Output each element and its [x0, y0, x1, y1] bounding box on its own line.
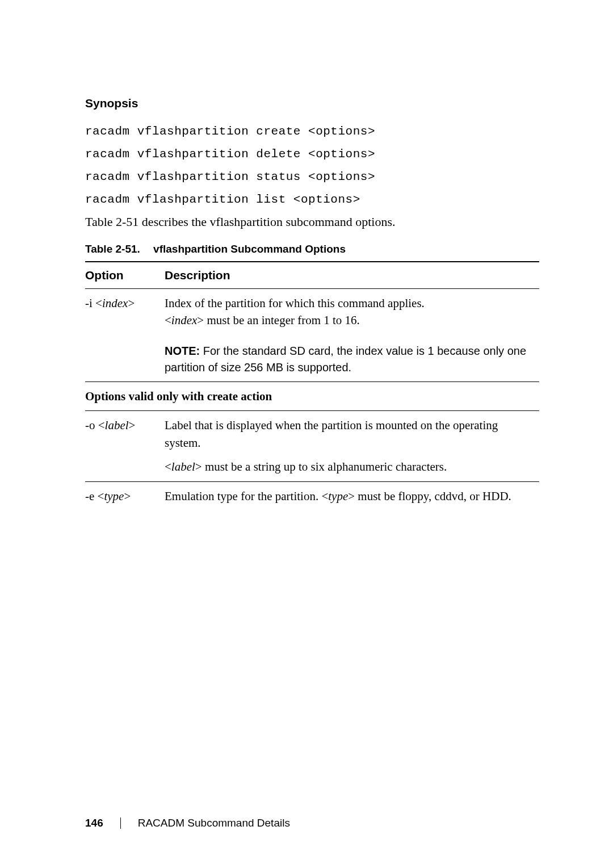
synopsis-body-text: Table 2-51 describes the vflashpartition…	[85, 215, 539, 229]
opt-e-desc-a: Emulation type for the partition. <	[165, 489, 328, 503]
table-section-row: Options valid only with create action	[85, 381, 539, 410]
opt-e-desc-b: > must be floppy, cddvd, or HDD.	[348, 489, 511, 503]
description-cell: Emulation type for the partition. <type>…	[165, 481, 539, 510]
table-row-continuation: <label> must be a string up to six alpha…	[85, 457, 539, 481]
opt-i-prefix: -i <	[85, 296, 102, 310]
page-number: 146	[85, 817, 103, 829]
synopsis-heading: Synopsis	[85, 97, 539, 110]
opt-e-suffix: >	[124, 489, 131, 503]
note-label: NOTE:	[165, 345, 203, 357]
note-text: For the standard SD card, the index valu…	[165, 345, 526, 374]
opt-e-prefix: -e <	[85, 489, 104, 503]
options-table: Option Description -i <index> Index of t…	[85, 261, 539, 511]
description-cell: <label> must be a string up to six alpha…	[165, 457, 539, 481]
synopsis-code-line-2: racadm vflashpartition delete <options>	[85, 143, 539, 166]
opt-e-desc-var: type	[328, 489, 348, 503]
page-footer: 146 RACADM Subcommand Details	[85, 817, 290, 829]
footer-section: RACADM Subcommand Details	[138, 817, 290, 829]
note-cell: NOTE: For the standard SD card, the inde…	[165, 335, 539, 382]
table-title: Table 2-51. vflashpartition Subcommand O…	[85, 243, 539, 255]
table-row: -o <label> Label that is displayed when …	[85, 411, 539, 457]
synopsis-code-line-1: racadm vflashpartition create <options>	[85, 120, 539, 143]
opt-i-desc2a: <	[165, 313, 171, 327]
col-header-option: Option	[85, 262, 165, 289]
table-row: -e <type> Emulation type for the partiti…	[85, 481, 539, 510]
opt-i-suffix: >	[128, 296, 135, 310]
option-cell: -i <index>	[85, 289, 165, 335]
opt-o-desc2b: > must be a string up to six alphanumeri…	[195, 460, 447, 473]
opt-o-var: label	[105, 418, 129, 432]
opt-i-desc2var: index	[171, 313, 197, 327]
opt-i-var: index	[102, 296, 128, 310]
option-cell: -e <type>	[85, 481, 165, 510]
opt-o-desc2a: <	[165, 460, 171, 473]
table-note-row: NOTE: For the standard SD card, the inde…	[85, 335, 539, 382]
footer-divider	[120, 817, 121, 829]
opt-i-desc1: Index of the partition for which this co…	[165, 296, 425, 310]
table-title-text: vflashpartition Subcommand Options	[153, 243, 346, 255]
col-header-description: Description	[165, 262, 539, 289]
description-cell: Index of the partition for which this co…	[165, 289, 539, 335]
opt-o-desc1: Label that is displayed when the partiti…	[165, 418, 498, 449]
opt-e-var: type	[104, 489, 124, 503]
table-number: Table 2-51.	[85, 243, 150, 255]
opt-o-desc2var: label	[171, 460, 195, 473]
opt-i-desc2b: > must be an integer from 1 to 16.	[197, 313, 360, 327]
opt-o-prefix: -o <	[85, 418, 105, 432]
section-create-cell: Options valid only with create action	[85, 381, 539, 410]
opt-o-suffix: >	[129, 418, 136, 432]
table-header-row: Option Description	[85, 262, 539, 289]
synopsis-code-line-4: racadm vflashpartition list <options>	[85, 188, 539, 211]
table-row: -i <index> Index of the partition for wh…	[85, 289, 539, 335]
synopsis-code-line-3: racadm vflashpartition status <options>	[85, 166, 539, 188]
option-cell: -o <label>	[85, 411, 165, 457]
description-cell: Label that is displayed when the partiti…	[165, 411, 539, 457]
